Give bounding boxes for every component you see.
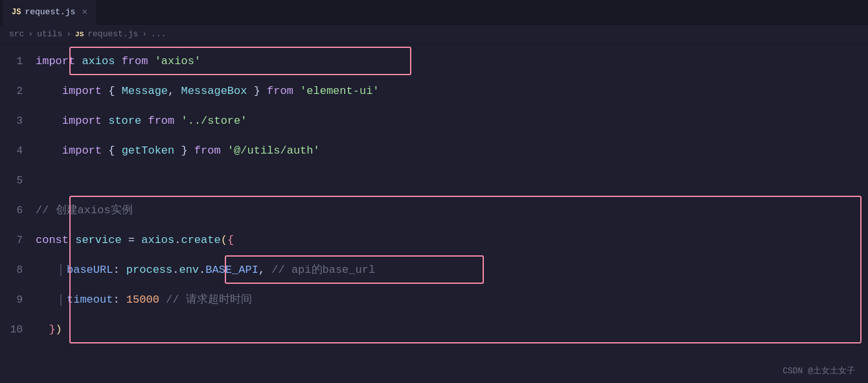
token-comment-9: // — [159, 285, 186, 315]
token-dot-env: . — [199, 255, 205, 285]
tab-request-js[interactable]: JS request.js × — [3, 0, 97, 25]
editor-area: 1 import axios from 'axios' 2 import { M… — [0, 44, 868, 383]
token-string-auth: '@/utils/auth' — [227, 136, 320, 166]
breadcrumb-filename: request.js — [87, 29, 138, 39]
line-number-9: 9 — [0, 285, 36, 315]
token-comma-8: , — [258, 255, 265, 285]
token-message: Message — [122, 76, 168, 106]
token-colon-8: : — [113, 255, 126, 285]
line-number-5: 5 — [0, 166, 36, 196]
line-3: 3 import store from '../store' — [0, 106, 868, 136]
line-content-6: // 创建axios实例 — [36, 196, 868, 226]
line-number-1: 1 — [0, 47, 36, 76]
token-timeout: timeout — [67, 285, 113, 315]
token-from-4: from — [194, 136, 227, 166]
token-dot-process: . — [172, 255, 179, 285]
line-8: 8 baseURL: process.env.BASE_API, // api的… — [0, 255, 868, 285]
token-import-1: import — [36, 47, 82, 76]
token-store: store — [108, 106, 148, 136]
token-axios: axios — [82, 47, 121, 76]
code-editor: 1 import axios from 'axios' 2 import { M… — [0, 44, 868, 347]
token-string-store: '../store' — [181, 106, 247, 136]
token-env: env — [179, 255, 199, 285]
token-string-element-ui: 'element-ui' — [300, 76, 379, 106]
token-number: 15000 — [126, 285, 159, 315]
token-brace-close-2: } — [247, 76, 267, 106]
token-dot-7: . — [174, 226, 181, 255]
token-base-api: BASE_API — [205, 255, 258, 285]
line-4: 4 import { getToken } from '@/utils/auth… — [0, 136, 868, 166]
token-from-2: from — [267, 76, 300, 106]
tab-close-button[interactable]: × — [82, 7, 87, 17]
breadcrumb: src › utils › JS request.js › ... — [0, 25, 868, 44]
token-create: create — [181, 226, 220, 255]
line-9: 9 timeout: 15000 // 请求超时时间 — [0, 285, 868, 315]
token-import-2: import — [36, 76, 108, 106]
line-content-7: const service = axios.create({ — [36, 226, 868, 255]
token-chinese-6: 创建axios实例 — [56, 196, 133, 226]
watermark: CSDN @土女土女子 — [782, 365, 855, 377]
token-service: service — [75, 226, 128, 255]
line-number-3: 3 — [0, 106, 36, 136]
breadcrumb-js-icon: JS — [75, 30, 84, 38]
line-content-10: }) — [36, 315, 868, 345]
breadcrumb-ellipsis: ... — [151, 29, 166, 39]
line-2: 2 import { Message, MessageBox } from 'e… — [0, 76, 868, 106]
token-gettoken: getToken — [122, 136, 175, 166]
token-colon-9: : — [113, 285, 126, 315]
line-content-9: timeout: 15000 // 请求超时时间 — [36, 285, 868, 315]
line-10: 10 }) — [0, 315, 868, 345]
token-paren-open: ( — [221, 226, 227, 255]
tab-filename: request.js — [25, 7, 75, 17]
token-curly-close: } — [36, 315, 56, 345]
token-chinese-8: api的base_url — [291, 255, 375, 285]
line-number-4: 4 — [0, 136, 36, 166]
token-comment-8: // — [265, 255, 291, 285]
line-content-8: baseURL: process.env.BASE_API, // api的ba… — [36, 255, 868, 285]
line-number-8: 8 — [0, 255, 36, 285]
js-file-icon: JS — [12, 8, 21, 17]
line-number-2: 2 — [0, 76, 36, 106]
line-content-2: import { Message, MessageBox } from 'ele… — [36, 76, 868, 106]
token-curly-open: { — [227, 226, 234, 255]
breadcrumb-sep-3: › — [142, 29, 147, 39]
token-const: const — [36, 226, 75, 255]
token-import-4: import — [36, 136, 108, 166]
breadcrumb-sep-1: › — [28, 29, 33, 39]
token-baseurl: baseURL — [67, 255, 113, 285]
token-brace-close-4: } — [174, 136, 194, 166]
token-from-1: from — [122, 47, 155, 76]
token-brace-open-4: { — [108, 136, 121, 166]
line-number-6: 6 — [0, 196, 36, 226]
breadcrumb-src: src — [9, 29, 24, 39]
line-6: 6 // 创建axios实例 — [0, 196, 868, 226]
tab-bar: JS request.js × — [0, 0, 868, 25]
line-7: 7 const service = axios.create({ — [0, 226, 868, 255]
token-comma-2: , — [168, 76, 181, 106]
token-comment-6: // — [36, 196, 56, 226]
line-content-3: import store from '../store' — [36, 106, 868, 136]
token-from-3: from — [148, 106, 181, 136]
line-5: 5 — [0, 166, 868, 196]
token-paren-close: ) — [56, 315, 62, 345]
token-equals: = — [128, 226, 141, 255]
token-messagebox: MessageBox — [181, 76, 247, 106]
token-chinese-9: 请求超时时间 — [186, 285, 252, 315]
token-brace-open-2: { — [108, 76, 121, 106]
line-1: 1 import axios from 'axios' — [0, 47, 868, 76]
breadcrumb-utils: utils — [37, 29, 62, 39]
token-axios-7: axios — [141, 226, 174, 255]
line-number-10: 10 — [0, 315, 36, 345]
line-content-1: import axios from 'axios' — [36, 47, 868, 76]
line-content-4: import { getToken } from '@/utils/auth' — [36, 136, 868, 166]
line-number-7: 7 — [0, 226, 36, 255]
breadcrumb-sep-2: › — [66, 29, 71, 39]
token-process: process — [126, 255, 172, 285]
token-import-3: import — [36, 106, 108, 136]
token-string-axios: 'axios' — [155, 47, 201, 76]
